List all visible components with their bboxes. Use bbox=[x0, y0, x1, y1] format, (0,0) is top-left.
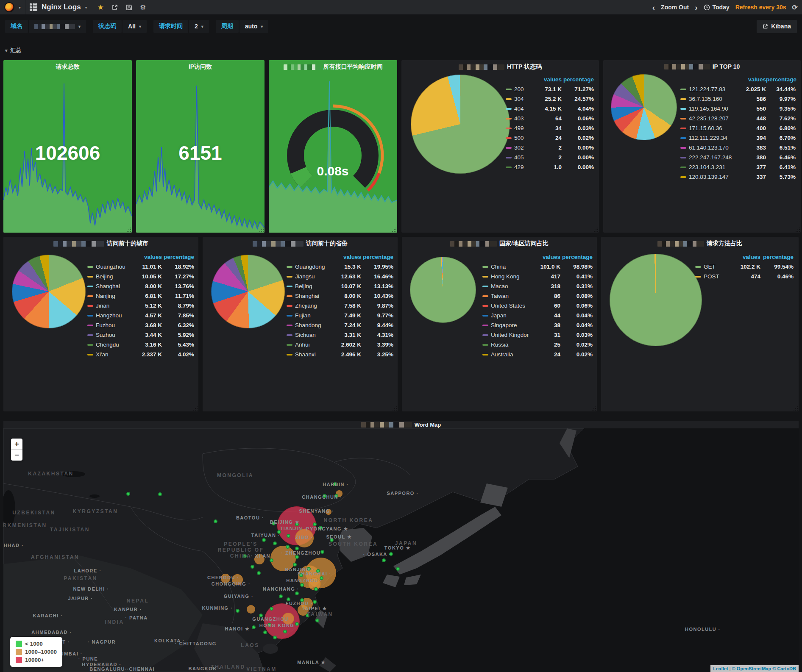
leaflet-link[interactable]: Leaflet bbox=[713, 666, 728, 671]
legend-row[interactable]: Guangdong15.3 K19.95% bbox=[287, 262, 393, 272]
panel-title[interactable]: 访问前十的城市 bbox=[3, 240, 198, 247]
legend-row[interactable]: 500240.02% bbox=[506, 133, 594, 143]
legend-row[interactable]: 112.111.229.343946.70% bbox=[680, 133, 796, 143]
legend-row[interactable]: Jiangsu12.63 K16.46% bbox=[287, 272, 393, 281]
map-marker-green[interactable] bbox=[126, 492, 130, 496]
map-marker-green[interactable] bbox=[287, 534, 290, 538]
legend-row[interactable]: 222.247.167.2483806.46% bbox=[680, 153, 796, 162]
legend-row[interactable]: Russia250.02% bbox=[482, 340, 593, 350]
legend-row[interactable]: Shanghai8.00 K10.43% bbox=[287, 291, 393, 301]
legend-row[interactable]: Singapore380.04% bbox=[482, 320, 593, 330]
star-icon[interactable]: ★ bbox=[97, 3, 104, 12]
map-marker-green[interactable] bbox=[286, 545, 290, 549]
legend-row[interactable]: POST4740.46% bbox=[695, 272, 794, 281]
chevron-down-icon[interactable]: ▾ bbox=[19, 5, 21, 10]
panel-title[interactable]: 请求方法占比 bbox=[601, 240, 799, 247]
legend-row[interactable]: 61.140.123.1703836.51% bbox=[680, 143, 796, 153]
legend-row[interactable]: 171.15.60.364006.80% bbox=[680, 123, 796, 133]
time-range-button[interactable]: Today bbox=[704, 4, 730, 11]
map-marker-green[interactable] bbox=[293, 563, 297, 566]
refresh-interval-button[interactable]: Refresh every 30s bbox=[735, 4, 786, 11]
legend-row[interactable]: Fujian7.49 K9.77% bbox=[287, 311, 393, 320]
map-marker-green[interactable] bbox=[257, 571, 261, 575]
legend-row[interactable]: Taiwan860.08% bbox=[482, 291, 593, 301]
zoom-out-button[interactable]: Zoom Out bbox=[661, 4, 689, 11]
legend-row[interactable]: 30220.00% bbox=[506, 143, 594, 153]
resize-handle[interactable] bbox=[591, 406, 596, 411]
panel-title[interactable]: Word Map bbox=[3, 422, 799, 428]
map-marker-green[interactable] bbox=[295, 591, 299, 595]
legend-row[interactable]: 120.83.139.1473375.73% bbox=[680, 172, 796, 182]
legend-row[interactable]: Fuzhou3.68 K6.32% bbox=[87, 320, 194, 330]
chevron-down-icon[interactable]: ▾ bbox=[85, 5, 87, 10]
resize-handle[interactable] bbox=[193, 406, 198, 411]
dashboard-picker-icon[interactable] bbox=[30, 3, 37, 11]
map-marker-green[interactable] bbox=[273, 541, 277, 545]
legend-row[interactable]: 223.104.3.2313776.41% bbox=[680, 162, 796, 172]
map-canvas[interactable]: KAZAKHSTANMONGOLIAUZBEKISTANKYRGYZSTANTU… bbox=[3, 428, 799, 672]
legend-row[interactable]: 121.224.77.832.025 K34.44% bbox=[680, 84, 796, 94]
map-marker-green[interactable] bbox=[300, 583, 304, 587]
row-collapse-toggle[interactable]: ▾ 汇总 bbox=[5, 47, 22, 54]
status-filter-dropdown[interactable]: All▾ bbox=[123, 20, 147, 33]
resize-handle[interactable] bbox=[392, 406, 397, 411]
legend-row[interactable]: Beijing10.05 K17.27% bbox=[87, 272, 194, 281]
legend-row[interactable]: Zhejiang7.58 K9.87% bbox=[287, 301, 393, 311]
legend-row[interactable]: 4291.00.00% bbox=[506, 162, 594, 172]
map-marker-green[interactable] bbox=[315, 619, 319, 622]
share-icon[interactable] bbox=[111, 4, 118, 11]
refresh-icon[interactable]: ⟳ bbox=[792, 3, 798, 11]
panel-title[interactable]: 国家/地区访问占比 bbox=[402, 240, 597, 247]
gear-icon[interactable]: ⚙ bbox=[140, 3, 146, 11]
map-marker-green[interactable] bbox=[251, 565, 254, 569]
map-marker-green[interactable] bbox=[314, 587, 318, 591]
map-marker-green[interactable] bbox=[263, 630, 267, 634]
time-back-icon[interactable]: ‹ bbox=[652, 3, 655, 11]
legend-row[interactable]: Hangzhou4.57 K7.85% bbox=[87, 311, 194, 320]
legend-row[interactable]: 119.145.164.905509.35% bbox=[680, 104, 796, 114]
panel-title[interactable]: HTTP 状态码 bbox=[401, 63, 599, 71]
legend-row[interactable]: Chengdu3.16 K5.43% bbox=[87, 340, 194, 350]
legend-row[interactable]: 4044.15 K4.04% bbox=[506, 104, 594, 114]
openstreetmap-link[interactable]: © OpenStreetMap bbox=[732, 666, 771, 671]
map-marker-green[interactable] bbox=[273, 636, 277, 639]
map-marker-green[interactable] bbox=[214, 519, 217, 523]
panel-title[interactable]: IP TOP 10 bbox=[603, 63, 801, 70]
zoom-in-button[interactable]: + bbox=[11, 439, 22, 450]
legend-row[interactable]: Shandong7.24 K9.44% bbox=[287, 320, 393, 330]
legend-row[interactable]: Sichuan3.31 K4.31% bbox=[287, 330, 393, 340]
legend-row[interactable]: 20073.1 K71.27% bbox=[506, 84, 594, 94]
map-marker-green[interactable] bbox=[313, 600, 317, 604]
legend-row[interactable]: Anhui2.602 K3.39% bbox=[287, 340, 393, 350]
map-marker-green[interactable] bbox=[320, 550, 324, 554]
dashboard-title[interactable]: Nginx Logs bbox=[42, 3, 81, 11]
map-marker-green[interactable] bbox=[295, 547, 299, 550]
panel-title[interactable]: 所有接口平均响应时间 bbox=[269, 63, 397, 71]
map-marker-green[interactable] bbox=[236, 609, 239, 613]
legend-row[interactable]: Guangzhou11.01 K18.92% bbox=[87, 262, 194, 272]
zoom-out-button[interactable]: − bbox=[11, 450, 22, 461]
map-marker-green[interactable] bbox=[382, 558, 386, 562]
save-icon[interactable] bbox=[126, 4, 132, 11]
map-marker-orange[interactable] bbox=[247, 605, 255, 614]
map-marker-green[interactable] bbox=[270, 607, 273, 611]
map-marker-green[interactable] bbox=[396, 567, 400, 571]
resize-handle[interactable] bbox=[793, 406, 798, 411]
time-forward-icon[interactable]: › bbox=[695, 3, 697, 11]
legend-row[interactable]: China101.0 K98.98% bbox=[482, 262, 593, 272]
period-filter-dropdown[interactable]: auto▾ bbox=[239, 20, 269, 33]
legend-row[interactable]: 36.7.135.1605869.97% bbox=[680, 94, 796, 104]
cartodb-link[interactable]: © CartoDB bbox=[772, 666, 796, 671]
domain-filter-dropdown[interactable]: ▾ bbox=[29, 20, 86, 33]
legend-row[interactable]: 403640.06% bbox=[506, 114, 594, 123]
map-marker-green[interactable] bbox=[270, 558, 273, 562]
legend-row[interactable]: Hong Kong4170.41% bbox=[482, 272, 593, 281]
map-marker-green[interactable] bbox=[283, 630, 287, 633]
legend-row[interactable]: Nanjing6.81 K11.71% bbox=[87, 291, 194, 301]
legend-row[interactable]: 30425.2 K24.57% bbox=[506, 94, 594, 104]
legend-row[interactable]: 40520.00% bbox=[506, 153, 594, 162]
map-marker-green[interactable] bbox=[279, 594, 283, 598]
legend-row[interactable]: Shaanxi2.496 K3.25% bbox=[287, 350, 393, 359]
legend-row[interactable]: United States600.06% bbox=[482, 301, 593, 311]
legend-row[interactable]: United Kingdom310.03% bbox=[482, 330, 593, 340]
